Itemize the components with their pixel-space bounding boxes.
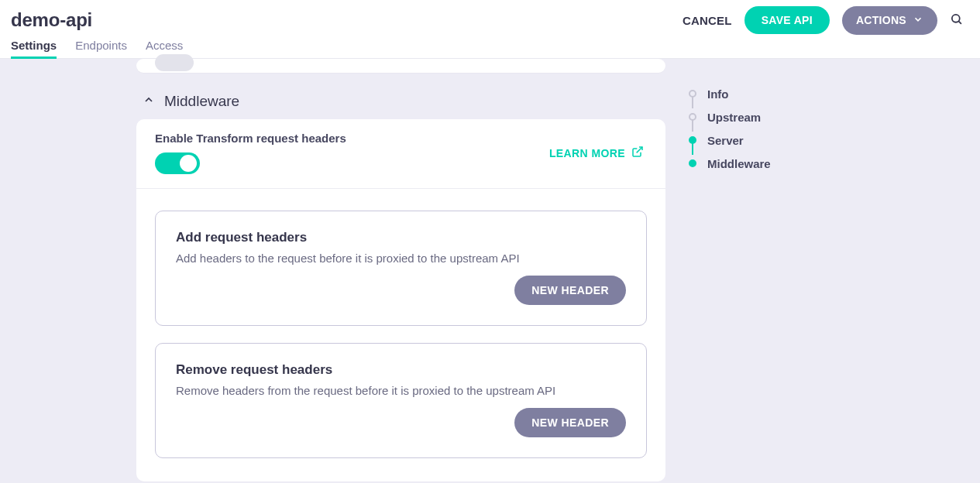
anchor-item-upstream[interactable]: Upstream	[689, 105, 844, 128]
svg-line-2	[637, 147, 642, 152]
add-request-headers-card: Add request headers Add headers to the r…	[155, 211, 647, 326]
page: Middleware Enable Transform request head…	[0, 59, 980, 483]
svg-line-1	[959, 21, 961, 23]
section-header[interactable]: Middleware	[136, 90, 665, 119]
subcard-actions: NEW HEADER	[176, 408, 626, 437]
actions-dropdown[interactable]: ACTIONS	[842, 6, 937, 35]
anchor-label: Middleware	[707, 157, 771, 170]
subcard-title: Remove request headers	[176, 362, 626, 378]
page-title: demo-api	[11, 9, 92, 31]
anchor-nav: Info Upstream Server Middleware	[689, 59, 844, 483]
chevron-down-icon	[913, 14, 923, 27]
actions-label: ACTIONS	[856, 14, 906, 26]
main-column: Middleware Enable Transform request head…	[136, 59, 665, 483]
remove-request-headers-card: Remove request headers Remove headers fr…	[155, 343, 647, 458]
learn-more-label: LEARN MORE	[549, 147, 625, 159]
learn-more-link[interactable]: LEARN MORE	[549, 146, 644, 160]
subcards: Add request headers Add headers to the r…	[136, 189, 665, 458]
subcard-title: Add request headers	[176, 230, 626, 245]
save-button[interactable]: SAVE API	[744, 6, 830, 34]
toggle-label: Enable Transform request headers	[155, 132, 346, 145]
middleware-card: Enable Transform request headers LEARN M…	[136, 119, 665, 481]
new-header-button[interactable]: NEW HEADER	[514, 276, 626, 305]
anchor-label: Upstream	[707, 111, 761, 124]
topbar: demo-api CANCEL SAVE API ACTIONS Setting…	[0, 0, 980, 59]
cancel-button[interactable]: CANCEL	[683, 14, 732, 27]
toggle-block: Enable Transform request headers	[155, 132, 346, 174]
external-link-icon	[631, 146, 644, 160]
search-icon[interactable]	[950, 12, 963, 29]
step-dot-icon	[689, 113, 696, 121]
tabs: Settings Endpoints Access	[0, 34, 980, 58]
anchor-item-middleware[interactable]: Middleware	[689, 152, 844, 175]
top-actions: CANCEL SAVE API ACTIONS	[683, 6, 963, 35]
anchor-label: Server	[707, 134, 744, 147]
toggle-knob	[180, 155, 197, 172]
step-dot-icon	[689, 90, 696, 98]
topbar-row: demo-api CANCEL SAVE API ACTIONS	[0, 0, 980, 34]
card-top: Enable Transform request headers LEARN M…	[136, 119, 665, 189]
chevron-up-icon	[143, 94, 155, 109]
subcard-actions: NEW HEADER	[176, 276, 626, 305]
new-header-button[interactable]: NEW HEADER	[514, 408, 626, 437]
tab-endpoints[interactable]: Endpoints	[75, 39, 127, 58]
subcard-desc: Remove headers from the request before i…	[176, 384, 626, 397]
previous-card-strip	[136, 59, 665, 73]
section-title: Middleware	[164, 93, 239, 110]
step-dot-icon	[689, 159, 696, 167]
anchor-label: Info	[707, 87, 729, 101]
subcard-desc: Add headers to the request before it is …	[176, 252, 626, 265]
tab-settings[interactable]: Settings	[11, 39, 57, 58]
step-dot-icon	[689, 136, 696, 144]
anchor-item-server[interactable]: Server	[689, 128, 844, 152]
transform-headers-toggle[interactable]	[155, 152, 200, 174]
anchor-item-info[interactable]: Info	[689, 82, 844, 105]
svg-point-0	[952, 14, 960, 22]
content-wrap: Middleware Enable Transform request head…	[136, 59, 844, 483]
